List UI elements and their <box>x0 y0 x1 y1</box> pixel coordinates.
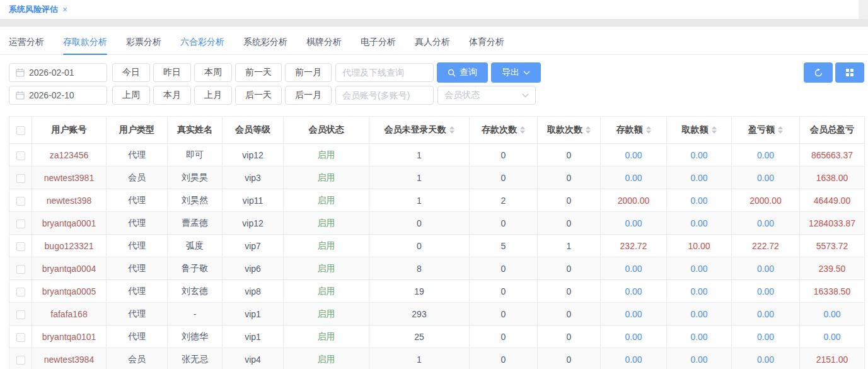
column-header[interactable]: 盈亏额 <box>732 117 800 144</box>
deposit-amount-cell: 2000.00 <box>601 189 667 212</box>
column-header[interactable]: 存款次数 <box>470 117 538 144</box>
refresh-button[interactable] <box>804 62 833 83</box>
withdraw-count-cell: 1 <box>538 235 601 257</box>
withdraw-amount-cell: 0.00 <box>667 212 732 235</box>
analysis-tab-5[interactable]: 棋牌分析 <box>306 37 342 54</box>
profit-amount-cell: 0.00 <box>732 303 800 325</box>
sort-icon[interactable] <box>586 126 591 134</box>
row-checkbox[interactable] <box>16 151 25 160</box>
user-type-cell: 代理 <box>107 144 168 167</box>
analysis-tab-2[interactable]: 彩票分析 <box>126 37 161 54</box>
column-header: 用户账号 <box>32 117 107 144</box>
quick-range-button[interactable]: 前一天 <box>235 63 282 82</box>
member-account-input[interactable] <box>335 86 434 105</box>
total-profit-cell: 5573.72 <box>800 235 865 257</box>
account-cell[interactable]: bryantqa0101 <box>32 325 107 348</box>
account-cell[interactable]: bryantqa0001 <box>32 212 107 235</box>
column-header[interactable]: 存款额 <box>601 117 667 144</box>
row-checkbox[interactable] <box>16 220 25 228</box>
row-checkbox[interactable] <box>16 310 25 319</box>
no-login-days-cell: 1 <box>369 189 470 212</box>
quick-range-button[interactable]: 上月 <box>194 86 232 105</box>
search-button-label: 查询 <box>460 67 477 78</box>
row-checkbox[interactable] <box>16 333 25 342</box>
column-settings-button[interactable] <box>835 62 864 83</box>
row-checkbox[interactable] <box>16 356 25 365</box>
sort-icon[interactable] <box>449 126 454 134</box>
deposit-count-cell: 0 <box>470 144 538 167</box>
column-header[interactable]: 取款次数 <box>538 117 601 144</box>
withdraw-count-cell: 0 <box>538 257 601 280</box>
row-checkbox[interactable] <box>16 288 25 296</box>
sort-icon[interactable] <box>520 126 525 134</box>
quick-range-group-1: 今日昨日本周前一天前一月 <box>107 63 332 82</box>
analysis-tab-6[interactable]: 电子分析 <box>361 37 396 54</box>
row-checkbox[interactable] <box>16 242 25 251</box>
account-cell[interactable]: newtest3984 <box>32 348 107 369</box>
account-cell[interactable]: newtest398 <box>32 189 107 212</box>
table-row: bryantqa0005代理刘玄德vip8启用19000.000.000.001… <box>9 280 865 303</box>
column-header: 会员等级 <box>223 117 284 144</box>
sort-icon[interactable] <box>646 126 651 134</box>
real-name-cell: 刘德华 <box>168 325 223 348</box>
total-profit-cell: 1284033.87 <box>800 212 865 235</box>
quick-range-button[interactable]: 后一天 <box>235 86 282 105</box>
column-header-label: 会员状态 <box>309 124 344 136</box>
agent-search-input[interactable] <box>335 63 434 82</box>
level-cell: vip7 <box>223 235 284 257</box>
select-all-checkbox[interactable] <box>16 126 25 135</box>
column-header[interactable]: 取款额 <box>667 117 732 144</box>
quick-range-button[interactable]: 本月 <box>153 86 191 105</box>
filter-row-1: 2026-02-01 今日昨日本周前一天前一月 查询 导出 <box>9 62 859 83</box>
row-checkbox[interactable] <box>16 197 25 206</box>
end-date-input[interactable]: 2026-02-10 <box>9 86 107 105</box>
quick-range-button[interactable]: 前一月 <box>285 63 332 82</box>
calendar-icon <box>16 91 25 100</box>
account-cell[interactable]: bryantqa0005 <box>32 280 107 303</box>
sort-icon[interactable] <box>778 126 783 134</box>
profit-amount-cell: 0.00 <box>732 348 800 369</box>
level-cell: vip12 <box>223 144 284 167</box>
end-date-value: 2026-02-10 <box>29 90 74 100</box>
level-cell: vip6 <box>223 257 284 280</box>
quick-range-button[interactable]: 后一月 <box>285 86 332 105</box>
row-checkbox[interactable] <box>16 174 25 183</box>
export-button[interactable]: 导出 <box>491 62 541 83</box>
analysis-tab-0[interactable]: 运营分析 <box>9 37 44 54</box>
start-date-input[interactable]: 2026-02-01 <box>9 63 107 82</box>
close-icon[interactable]: × <box>62 5 67 14</box>
quick-range-button[interactable]: 上周 <box>112 86 150 105</box>
quick-range-button[interactable]: 今日 <box>112 63 150 82</box>
deposit-amount-cell: 0.00 <box>601 167 667 189</box>
user-type-cell: 代理 <box>107 325 168 348</box>
deposit-count-cell: 2 <box>470 189 538 212</box>
level-cell: vip8 <box>223 280 284 303</box>
withdraw-amount-cell: 0.00 <box>667 167 732 189</box>
level-cell: vip11 <box>223 189 284 212</box>
deposit-amount-cell: 0.00 <box>601 212 667 235</box>
analysis-tab-4[interactable]: 系统彩分析 <box>243 37 287 54</box>
row-checkbox[interactable] <box>16 265 25 274</box>
deposit-amount-cell: 0.00 <box>601 257 667 280</box>
analysis-tab-1[interactable]: 存取款分析 <box>63 37 107 54</box>
account-cell[interactable]: fafafa168 <box>32 303 107 325</box>
account-cell[interactable]: bugo123321 <box>32 235 107 257</box>
sort-icon[interactable] <box>712 126 717 134</box>
window-tab-risk-assessment[interactable]: 系统风险评估 × <box>0 0 76 19</box>
account-cell[interactable]: za123456 <box>32 144 107 167</box>
status-cell: 启用 <box>284 257 369 280</box>
column-header[interactable]: 会员未登录天数 <box>369 117 470 144</box>
table-header-row: 用户账号用户类型真实姓名会员等级会员状态会员未登录天数存款次数取款次数存款额取款… <box>9 117 865 144</box>
account-cell[interactable]: newtest3981 <box>32 167 107 189</box>
analysis-tab-8[interactable]: 体育分析 <box>469 37 504 54</box>
real-name-cell: 曹孟德 <box>168 212 223 235</box>
quick-range-button[interactable]: 本周 <box>194 63 232 82</box>
account-cell[interactable]: bryantqa0004 <box>32 257 107 280</box>
analysis-tab-3[interactable]: 六合彩分析 <box>180 37 224 54</box>
column-header-label: 会员总盈亏 <box>810 124 854 136</box>
member-status-select[interactable]: 会员状态 <box>437 86 536 105</box>
search-button[interactable]: 查询 <box>437 62 488 83</box>
analysis-tab-7[interactable]: 真人分析 <box>415 37 450 54</box>
level-cell: vip1 <box>223 325 284 348</box>
quick-range-button[interactable]: 昨日 <box>153 63 191 82</box>
